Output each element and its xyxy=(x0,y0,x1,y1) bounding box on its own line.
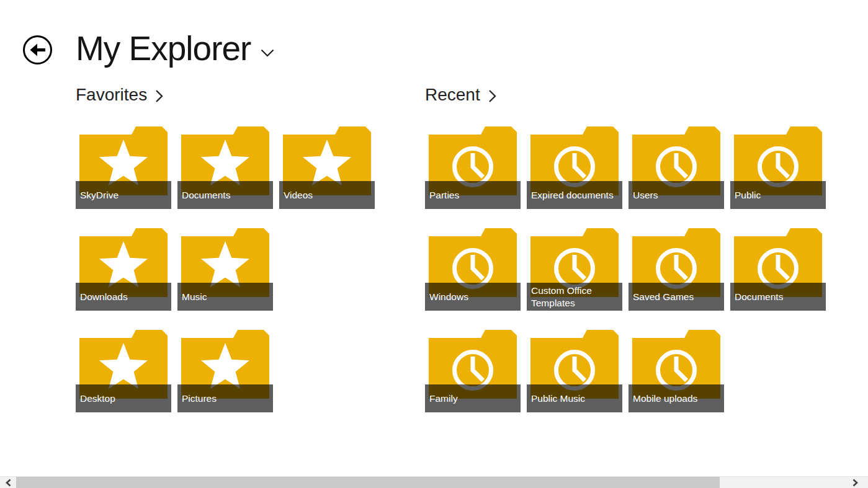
folder-tile[interactable]: Custom Office Templates xyxy=(527,228,622,311)
tile-label: Windows xyxy=(429,291,468,303)
folder-tile[interactable]: Windows xyxy=(425,228,521,311)
chevron-right-icon xyxy=(155,89,163,103)
chevron-right-icon xyxy=(488,89,496,103)
scrollbar-thumb[interactable] xyxy=(16,477,720,488)
tile-label-bar: Users xyxy=(629,181,724,209)
tile-label: Downloads xyxy=(80,291,128,303)
tile-label-bar: Downloads xyxy=(76,283,171,311)
tile-label-bar: Videos xyxy=(279,181,375,209)
tile-label-bar: Documents xyxy=(730,283,826,311)
tile-label: Custom Office Templates xyxy=(531,285,616,309)
folder-tile[interactable]: Documents xyxy=(177,126,273,209)
tile-label-bar: Desktop xyxy=(76,384,171,412)
tile-label: Family xyxy=(429,393,458,405)
tile-label-bar: Custom Office Templates xyxy=(527,283,622,311)
tile-label: Public xyxy=(735,189,761,202)
favorites-header-link[interactable]: Favorites xyxy=(76,85,375,105)
tile-label: Videos xyxy=(284,189,313,202)
folder-tile[interactable]: Videos xyxy=(279,126,375,209)
tile-label-bar: Documents xyxy=(177,181,273,209)
folder-tile[interactable]: Expired documents xyxy=(527,126,622,209)
tile-label: Music xyxy=(182,291,207,303)
tile-label-bar: Public xyxy=(730,181,826,209)
folder-tile[interactable]: Desktop xyxy=(76,329,171,412)
folder-tile[interactable]: SkyDrive xyxy=(76,126,171,209)
tile-label: Users xyxy=(633,189,658,202)
folder-tile[interactable]: Users xyxy=(629,126,724,209)
tile-label: Mobile uploads xyxy=(633,393,697,405)
folder-tile[interactable]: Family xyxy=(425,329,521,412)
tile-label-bar: Public Music xyxy=(527,384,622,412)
folder-tile[interactable]: Mobile uploads xyxy=(629,329,724,412)
tile-label-bar: Saved Games xyxy=(629,283,724,311)
section-recent: Recent Parties xyxy=(425,85,826,412)
tile-label: Documents xyxy=(735,291,783,303)
tile-label-bar: Windows xyxy=(425,283,521,311)
folder-tile[interactable]: Parties xyxy=(425,126,521,209)
favorites-header-label: Favorites xyxy=(76,85,147,105)
tile-label-bar: Pictures xyxy=(177,384,273,412)
chevron-left-icon xyxy=(6,479,11,487)
tile-label: Expired documents xyxy=(531,189,614,202)
tile-label: Pictures xyxy=(182,393,217,405)
folder-tile[interactable]: Documents xyxy=(730,228,826,311)
section-favorites: Favorites SkyDrive xyxy=(76,85,375,412)
horizontal-scrollbar[interactable] xyxy=(0,476,868,488)
tile-label: SkyDrive xyxy=(80,189,119,202)
tile-label: Documents xyxy=(182,189,230,202)
recent-tile-grid: Parties Windows Fa xyxy=(425,126,826,412)
page-title: My Explorer xyxy=(76,27,251,69)
folder-tile[interactable]: Pictures xyxy=(177,329,273,412)
tile-label-bar: Expired documents xyxy=(527,181,622,209)
chevron-down-icon xyxy=(261,49,274,57)
tile-label: Public Music xyxy=(531,393,585,405)
tile-label-bar: Mobile uploads xyxy=(629,384,724,412)
recent-header-link[interactable]: Recent xyxy=(425,85,826,105)
tile-label: Desktop xyxy=(80,393,115,405)
chevron-right-icon xyxy=(852,479,858,487)
arrow-left-icon xyxy=(29,43,46,57)
recent-header-label: Recent xyxy=(425,85,480,105)
app-title-button[interactable]: My Explorer xyxy=(76,27,274,69)
tile-label: Saved Games xyxy=(633,291,694,303)
tile-label-bar: SkyDrive xyxy=(76,181,171,209)
tile-label: Parties xyxy=(429,189,459,202)
folder-tile[interactable]: Music xyxy=(177,228,273,311)
tile-label-bar: Family xyxy=(425,384,521,412)
tile-label-bar: Parties xyxy=(425,181,521,209)
scroll-left-button[interactable] xyxy=(0,477,16,488)
folder-tile[interactable]: Public xyxy=(730,126,826,209)
scroll-right-button[interactable] xyxy=(847,477,863,488)
folder-tile[interactable]: Saved Games xyxy=(629,228,724,311)
tile-label-bar: Music xyxy=(177,283,273,311)
favorites-tile-grid: SkyDrive Downloads xyxy=(76,126,375,412)
back-button[interactable] xyxy=(23,35,52,64)
folder-tile[interactable]: Downloads xyxy=(76,228,171,311)
folder-tile[interactable]: Public Music xyxy=(527,329,622,412)
